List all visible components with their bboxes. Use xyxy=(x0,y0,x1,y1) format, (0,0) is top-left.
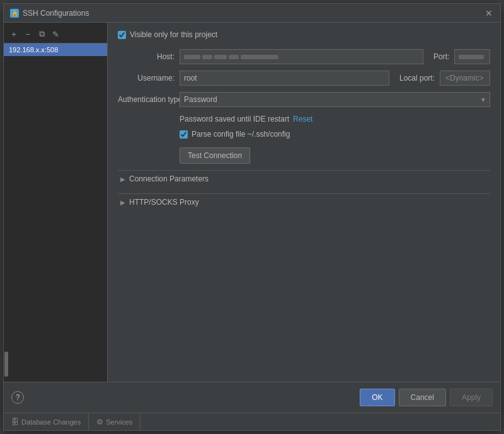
bottom-tab-database-changes[interactable]: 🗄 Database Changes xyxy=(4,413,89,430)
copy-config-button[interactable]: ⧉ xyxy=(35,28,48,40)
connection-params-section[interactable]: ▶ Connection Parameters xyxy=(118,170,490,187)
bottom-tab-services[interactable]: ⚙ Services xyxy=(89,413,140,430)
port-input[interactable] xyxy=(454,49,490,64)
test-connection-wrapper: Test Connection xyxy=(118,145,490,164)
sidebar-toolbar: + − ⧉ ✎ xyxy=(4,25,107,43)
username-row: Username: Local port: <Dynamic> xyxy=(118,71,490,86)
host-input[interactable] xyxy=(180,49,423,64)
host-blurred-content xyxy=(184,55,278,59)
port-blur-seg xyxy=(459,55,484,59)
local-port-display: <Dynamic> xyxy=(440,71,490,86)
sidebar-item-selected[interactable]: 192.168.x.x:508 xyxy=(4,43,107,56)
sidebar-list: 192.168.x.x:508 xyxy=(4,43,107,379)
password-info-text: Password saved until IDE restart xyxy=(180,115,289,123)
port-label: Port: xyxy=(433,52,449,61)
content-spacer xyxy=(118,217,490,374)
bottom-tab-database-changes-label: Database Changes xyxy=(21,418,81,426)
close-button[interactable]: ✕ xyxy=(484,8,494,18)
services-icon: ⚙ xyxy=(96,418,103,426)
blur-seg-1 xyxy=(184,55,200,59)
bottom-tab-services-label: Services xyxy=(106,418,132,426)
http-proxy-label: HTTP/SOCKS Proxy xyxy=(129,198,199,207)
dialog-icon: 🔒 xyxy=(10,9,19,18)
add-config-button[interactable]: + xyxy=(8,28,20,40)
sidebar: + − ⧉ ✎ 192.168.x.x:508 xyxy=(4,23,108,382)
title-bar: 🔒 SSH Configurations ✕ xyxy=(4,4,500,23)
dialog-title: SSH Configurations xyxy=(23,9,89,18)
auth-type-label: Authentication type: xyxy=(118,95,175,104)
auth-type-row: Authentication type: Password Key pair (… xyxy=(118,92,490,107)
dialog-footer: ? OK Cancel Apply xyxy=(4,382,500,413)
footer-right: OK Cancel Apply xyxy=(360,389,493,406)
help-button[interactable]: ? xyxy=(11,391,24,404)
visible-only-checkbox[interactable] xyxy=(118,31,126,39)
visible-only-row: Visible only for this project xyxy=(118,30,490,39)
ssh-configurations-dialog: 🔒 SSH Configurations ✕ + − ⧉ ✎ 192.168.x… xyxy=(3,3,501,431)
http-proxy-chevron: ▶ xyxy=(120,199,125,206)
username-input[interactable] xyxy=(180,71,389,86)
remove-config-button[interactable]: − xyxy=(21,28,34,40)
local-port-label: Local port: xyxy=(399,74,435,83)
blur-seg-3 xyxy=(214,55,227,59)
auth-type-select[interactable]: Password Key pair (OpenSSH or PuTTY) Ope… xyxy=(180,92,490,107)
blur-seg-2 xyxy=(202,55,212,59)
edit-config-button[interactable]: ✎ xyxy=(49,28,62,40)
auth-type-select-wrapper: Password Key pair (OpenSSH or PuTTY) Ope… xyxy=(180,92,490,107)
database-changes-icon: 🗄 xyxy=(11,418,19,426)
content-area: Visible only for this project Host: Port… xyxy=(108,23,500,382)
blur-seg-5 xyxy=(241,55,278,59)
parse-config-checkbox[interactable] xyxy=(180,130,188,139)
http-proxy-section[interactable]: ▶ HTTP/SOCKS Proxy xyxy=(118,193,490,210)
username-label: Username: xyxy=(118,74,175,83)
host-port-row: Host: Port: xyxy=(118,49,490,64)
blur-seg-4 xyxy=(229,55,239,59)
cancel-button[interactable]: Cancel xyxy=(399,389,446,406)
sidebar-scrollbar-thumb xyxy=(4,351,8,377)
footer-left: ? xyxy=(11,391,24,404)
parse-config-row: Parse config file ~/.ssh/config xyxy=(118,130,490,139)
password-info-row: Password saved until IDE restart Reset xyxy=(118,115,490,123)
apply-button[interactable]: Apply xyxy=(450,389,493,406)
dialog-body: + − ⧉ ✎ 192.168.x.x:508 Visible only for… xyxy=(4,23,500,382)
parse-config-label: Parse config file ~/.ssh/config xyxy=(192,130,290,139)
local-port-value: <Dynamic> xyxy=(445,74,484,83)
visible-only-label: Visible only for this project xyxy=(130,30,217,39)
connection-params-chevron: ▶ xyxy=(120,176,125,183)
ok-button[interactable]: OK xyxy=(360,389,394,406)
connection-params-label: Connection Parameters xyxy=(129,174,209,183)
bottom-tabs: 🗄 Database Changes ⚙ Services xyxy=(4,413,500,430)
test-connection-button[interactable]: Test Connection xyxy=(180,147,250,164)
reset-link[interactable]: Reset xyxy=(293,115,312,123)
title-bar-left: 🔒 SSH Configurations xyxy=(10,9,89,18)
host-label: Host: xyxy=(118,52,175,61)
